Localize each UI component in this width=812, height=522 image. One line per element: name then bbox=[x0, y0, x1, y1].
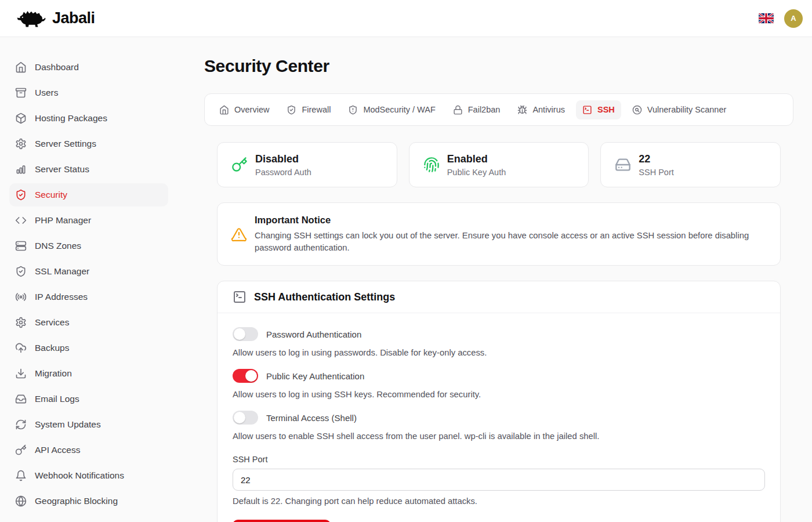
user-avatar[interactable]: A bbox=[784, 9, 803, 28]
toggle-knob bbox=[245, 370, 257, 382]
home-icon bbox=[15, 61, 27, 73]
password-auth-toggle[interactable] bbox=[233, 327, 258, 341]
sidebar-item-api-access[interactable]: API Access bbox=[9, 438, 168, 462]
sidebar-item-email-logs[interactable]: Email Logs bbox=[9, 387, 168, 411]
sidebar-item-security[interactable]: Security bbox=[9, 183, 168, 206]
section-title: SSH Authentication Settings bbox=[254, 291, 395, 303]
bug-icon bbox=[517, 105, 527, 115]
tab-ssh[interactable]: SSH bbox=[576, 100, 621, 119]
radio-waves-icon bbox=[15, 291, 27, 303]
tab-label: SSH bbox=[597, 105, 615, 114]
shield-check-icon bbox=[287, 105, 296, 115]
sidebar-item-system-updates[interactable]: System Updates bbox=[9, 413, 168, 436]
password-auth-setting: Password Authentication Allow users to l… bbox=[233, 327, 765, 358]
sidebar-item-label: Users bbox=[35, 88, 58, 98]
key-icon bbox=[231, 157, 248, 173]
status-label: Password Auth bbox=[255, 168, 311, 177]
toggle-description: Allow users to enable SSH shell access f… bbox=[233, 430, 765, 442]
download-icon bbox=[15, 368, 27, 379]
hard-drive-icon bbox=[615, 157, 631, 173]
sidebar-item-label: Dashboard bbox=[35, 62, 79, 72]
sidebar-item-label: Email Logs bbox=[35, 394, 79, 404]
save-ssh-settings-button[interactable]: Save SSH Settings bbox=[233, 520, 331, 522]
sidebar-item-webhook-notifications[interactable]: Webhook Notifications bbox=[9, 464, 168, 487]
fingerprint-icon bbox=[423, 157, 440, 173]
sidebar-item-label: Server Settings bbox=[35, 139, 96, 149]
tab-label: Antivirus bbox=[532, 105, 565, 114]
sidebar-item-backups[interactable]: Backups bbox=[9, 336, 168, 360]
sidebar-item-dashboard[interactable]: Dashboard bbox=[9, 56, 168, 79]
globe-icon bbox=[15, 495, 27, 507]
terminal-access-setting: Terminal Access (Shell) Allow users to e… bbox=[233, 411, 765, 442]
ssh-port-help: Default is 22. Changing port can help re… bbox=[233, 496, 765, 506]
sidebar-item-dns-zones[interactable]: DNS Zones bbox=[9, 234, 168, 258]
sidebar-item-label: Webhook Notifications bbox=[35, 470, 124, 481]
cloud-upload-icon bbox=[15, 342, 27, 354]
tab-modsecurity-waf[interactable]: ModSecurity / WAF bbox=[342, 100, 441, 119]
archive-icon bbox=[15, 87, 27, 99]
sidebar: Dashboard Users Hosting Packages Server … bbox=[0, 37, 177, 522]
sidebar-item-users[interactable]: Users bbox=[9, 81, 168, 104]
home-icon bbox=[219, 105, 229, 115]
toggle-description: Allow users to log in using SSH keys. Re… bbox=[233, 389, 765, 400]
sidebar-item-label: PHP Manager bbox=[35, 215, 91, 226]
key-icon bbox=[15, 444, 27, 456]
ssh-port-input[interactable] bbox=[233, 469, 765, 491]
sidebar-item-services[interactable]: Services bbox=[9, 311, 168, 334]
toggle-knob bbox=[234, 412, 245, 423]
sidebar-item-ssl-manager[interactable]: SSL Manager bbox=[9, 260, 168, 283]
sidebar-item-label: DNS Zones bbox=[35, 241, 81, 251]
sidebar-item-server-status[interactable]: Server Status bbox=[9, 158, 168, 181]
tab-fail2ban[interactable]: Fail2ban bbox=[447, 100, 507, 119]
brand-name: Jabali bbox=[52, 9, 95, 27]
app-header: Jabali A bbox=[0, 0, 812, 37]
tab-vulnerability-scanner[interactable]: Vulnerability Scanner bbox=[626, 100, 733, 119]
lock-icon bbox=[453, 105, 463, 115]
sidebar-item-label: Server Status bbox=[35, 164, 89, 175]
notice-text: Changing SSH settings can lock you out o… bbox=[255, 230, 766, 253]
sidebar-item-label: Hosting Packages bbox=[35, 113, 107, 124]
scanner-icon bbox=[632, 105, 642, 115]
page-title: Security Center bbox=[204, 56, 793, 76]
tab-overview[interactable]: Overview bbox=[213, 100, 276, 119]
tab-antivirus[interactable]: Antivirus bbox=[511, 100, 571, 119]
sidebar-item-label: System Updates bbox=[35, 419, 101, 430]
warning-triangle-icon bbox=[231, 227, 246, 242]
sidebar-item-label: Security bbox=[35, 190, 67, 200]
status-value: Disabled bbox=[255, 153, 311, 165]
sidebar-item-label: Backups bbox=[35, 343, 69, 353]
sidebar-item-geographic-blocking[interactable]: Geographic Blocking bbox=[9, 490, 168, 513]
terminal-access-toggle[interactable] bbox=[233, 411, 258, 425]
security-tabs: Overview Firewall ModSecurity / WAF Fail… bbox=[204, 93, 793, 126]
status-label: Public Key Auth bbox=[447, 168, 506, 177]
brand-logo[interactable]: Jabali bbox=[16, 8, 95, 29]
sidebar-item-ip-addresses[interactable]: IP Addresses bbox=[9, 285, 168, 309]
sidebar-item-hosting-packages[interactable]: Hosting Packages bbox=[9, 107, 168, 130]
ssh-port-status-card: 22 SSH Port bbox=[600, 142, 781, 187]
boar-logo-icon bbox=[16, 8, 46, 29]
language-flag-icon[interactable] bbox=[759, 13, 774, 23]
toggle-knob bbox=[234, 328, 245, 340]
sidebar-item-server-settings[interactable]: Server Settings bbox=[9, 132, 168, 155]
shield-alert-icon bbox=[348, 105, 358, 115]
bar-chart-icon bbox=[15, 164, 27, 175]
tab-label: Fail2ban bbox=[468, 105, 501, 114]
status-value: Enabled bbox=[447, 153, 506, 165]
toggle-description: Allow users to log in using passwords. D… bbox=[233, 347, 765, 358]
sidebar-item-migration[interactable]: Migration bbox=[9, 362, 168, 385]
terminal-icon bbox=[233, 290, 246, 304]
tab-firewall[interactable]: Firewall bbox=[280, 100, 337, 119]
ssh-settings-card: SSH Authentication Settings Password Aut… bbox=[217, 281, 781, 522]
public-key-auth-toggle[interactable] bbox=[233, 369, 258, 383]
gear-icon bbox=[15, 138, 27, 150]
sidebar-item-label: Migration bbox=[35, 368, 72, 379]
inbox-icon bbox=[15, 393, 27, 405]
tab-label: Firewall bbox=[302, 105, 331, 114]
main-content: Security Center Overview Firewall ModSec… bbox=[177, 37, 812, 522]
public-key-auth-status-card: Enabled Public Key Auth bbox=[409, 142, 589, 187]
tab-label: Overview bbox=[234, 105, 269, 114]
toggle-label: Password Authentication bbox=[266, 329, 361, 339]
shield-check-icon bbox=[15, 266, 27, 277]
toggle-label: Public Key Authentication bbox=[266, 371, 364, 381]
sidebar-item-php-manager[interactable]: PHP Manager bbox=[9, 209, 168, 232]
